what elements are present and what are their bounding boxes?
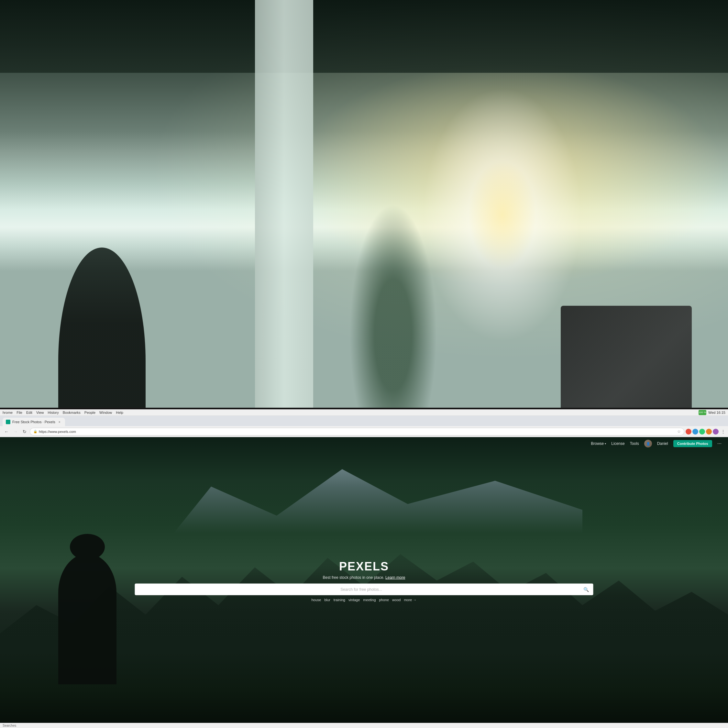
pillar [255, 0, 313, 364]
photo-background [0, 0, 364, 364]
plant [349, 204, 364, 364]
